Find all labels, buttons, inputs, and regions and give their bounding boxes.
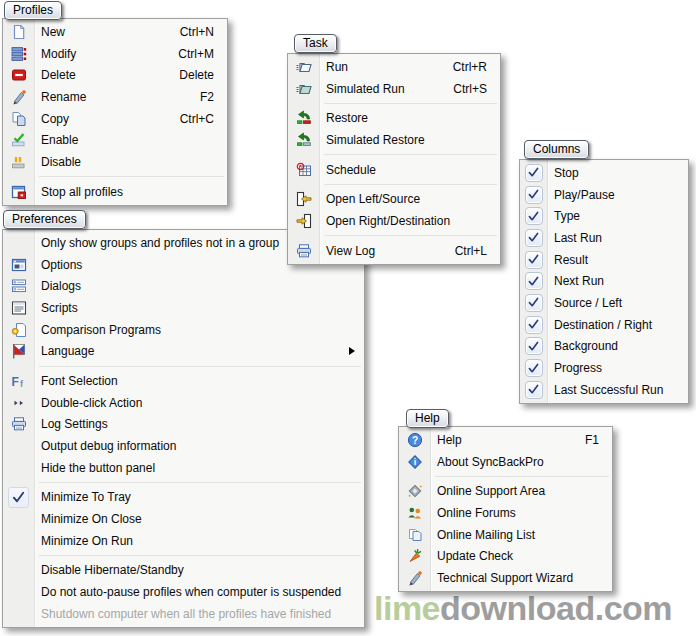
- menu-item-help[interactable]: ?HelpF1: [399, 429, 612, 451]
- menu-item-double-click-action[interactable]: Double-click Action: [3, 392, 364, 414]
- checkbox: [525, 294, 543, 312]
- menu-item-view-log[interactable]: View LogCtrl+L: [288, 240, 500, 262]
- menu-item-technical-support-wizard[interactable]: Technical Support Wizard: [399, 567, 612, 589]
- menu-item-modify[interactable]: ModifyCtrl+M: [3, 43, 227, 65]
- menu-item-update-check[interactable]: Update Check: [399, 545, 612, 567]
- columns-menu-tab[interactable]: Columns: [524, 140, 589, 159]
- delete-icon: [11, 67, 27, 83]
- menu-item-shortcut: Delete: [179, 68, 214, 82]
- menu-item-gutter: i: [399, 454, 430, 470]
- menu-item-language[interactable]: Language: [3, 340, 364, 362]
- menu-item-type[interactable]: Type: [520, 205, 688, 227]
- menu-item-shortcut: Ctrl+L: [455, 244, 487, 258]
- menu-item-dialogs[interactable]: Dialogs: [3, 275, 364, 297]
- menu-item-restore[interactable]: Restore: [288, 107, 500, 129]
- menu-item-label: Dialogs: [41, 279, 364, 293]
- dialogs-window-icon: [11, 278, 27, 294]
- menu-item-output-debug-information[interactable]: Output debug information: [3, 435, 364, 457]
- menu-item-result[interactable]: Result: [520, 249, 688, 271]
- menu-item-gutter: [520, 359, 547, 377]
- menu-item-about-syncbackpro[interactable]: iAbout SyncBackPro: [399, 451, 612, 473]
- menu-item-minimize-on-run[interactable]: Minimize On Run: [3, 530, 364, 552]
- menu-item-label: Result: [554, 253, 688, 267]
- svg-text:f: f: [20, 379, 24, 389]
- menu-item-simulated-run[interactable]: Simulated RunCtrl+S: [288, 78, 500, 100]
- menu-item-shutdown-computer-when-all-the-profiles-have-finished[interactable]: Shutdown computer when all the profiles …: [3, 603, 364, 625]
- menu-item-hide-the-button-panel[interactable]: Hide the button panel: [3, 457, 364, 479]
- menu-item-online-support-area[interactable]: Online Support Area: [399, 480, 612, 502]
- menu-item-source-left[interactable]: Source / Left: [520, 292, 688, 314]
- menu-item-shortcut: F2: [200, 90, 214, 104]
- menu-item-disable[interactable]: Disable: [3, 151, 227, 173]
- menu-separator: [288, 99, 500, 107]
- menu-item-enable[interactable]: Enable: [3, 129, 227, 151]
- modify-profile-icon: [11, 46, 27, 62]
- profiles-menu-tab[interactable]: Profiles: [4, 1, 62, 20]
- menu-item-stop-all-profiles[interactable]: Stop all profiles: [3, 181, 227, 203]
- menu-item-online-mailing-list[interactable]: Online Mailing List: [399, 524, 612, 546]
- menu-item-label: Double-click Action: [41, 396, 364, 410]
- checkbox: [525, 272, 543, 290]
- menu-item-shortcut: Ctrl+R: [453, 60, 487, 74]
- menu-item-gutter: [288, 59, 319, 75]
- menu-item-open-right-destination[interactable]: Open Right/Destination: [288, 210, 500, 232]
- menu-item-disable-hibernate-standby[interactable]: Disable Hibernate/Standby: [3, 560, 364, 582]
- menu-item-do-not-auto-pause-profiles-when-computer-is-suspended[interactable]: Do not auto-pause profiles when computer…: [3, 581, 364, 603]
- menu-item-stop[interactable]: Stop: [520, 162, 688, 184]
- menu-item-online-forums[interactable]: Online Forums: [399, 502, 612, 524]
- menu-item-background[interactable]: Background: [520, 336, 688, 358]
- menu-item-font-selection[interactable]: FfFont Selection: [3, 370, 364, 392]
- menu-item-delete[interactable]: DeleteDelete: [3, 64, 227, 86]
- menu-separator: [3, 173, 227, 181]
- menu-item-label: Stop all profiles: [41, 185, 227, 199]
- svg-text:F: F: [11, 374, 18, 388]
- menu-item-progress[interactable]: Progress: [520, 357, 688, 379]
- menu-item-last-successful-run[interactable]: Last Successful Run: [520, 379, 688, 401]
- menu-item-gutter: [399, 548, 430, 564]
- task-menu-tab[interactable]: Task: [294, 34, 337, 53]
- menu-item-shortcut: Ctrl+S: [453, 82, 487, 96]
- open-left-folder-icon: [296, 191, 312, 207]
- menu-item-copy[interactable]: CopyCtrl+C: [3, 108, 227, 130]
- menu-item-gutter: [3, 257, 34, 273]
- menu-item-rename[interactable]: RenameF2: [3, 86, 227, 108]
- menu-item-destination-right[interactable]: Destination / Right: [520, 314, 688, 336]
- menu-item-scripts[interactable]: Scripts: [3, 297, 364, 319]
- menu-item-comparison-programs[interactable]: Comparison Programs: [3, 319, 364, 341]
- comparison-programs-icon: [11, 322, 27, 338]
- preferences-menu-tab[interactable]: Preferences: [3, 210, 86, 229]
- restore-arrow-icon: [296, 110, 312, 126]
- menu-item-label: Help: [437, 433, 585, 447]
- menu-item-minimize-to-tray[interactable]: Minimize To Tray: [3, 487, 364, 509]
- menu-item-label: Scripts: [41, 301, 364, 315]
- menu-item-label: Hide the button panel: [41, 461, 364, 475]
- menu-item-gutter: [520, 272, 547, 290]
- menu-item-next-run[interactable]: Next Run: [520, 270, 688, 292]
- menu-item-last-run[interactable]: Last Run: [520, 227, 688, 249]
- menu-item-gutter: [288, 81, 319, 97]
- menu-item-gutter: [399, 570, 430, 586]
- tech-support-pencil-icon: [407, 570, 423, 586]
- check-icon: [527, 166, 540, 179]
- menu-item-run[interactable]: RunCtrl+R: [288, 56, 500, 78]
- menu-separator: [288, 180, 500, 188]
- menu-item-gutter: [3, 24, 34, 40]
- menu-item-gutter: [3, 154, 34, 170]
- menu-item-minimize-on-close[interactable]: Minimize On Close: [3, 508, 364, 530]
- menu-item-label: Copy: [41, 112, 180, 126]
- tab-label: Preferences: [12, 212, 77, 226]
- menu-item-label: Delete: [41, 68, 179, 82]
- menu-item-simulated-restore[interactable]: Simulated Restore: [288, 129, 500, 151]
- svg-text:i: i: [413, 457, 416, 467]
- scripts-window-icon: [11, 300, 27, 316]
- menu-item-gutter: ?: [399, 432, 430, 448]
- menu-item-schedule[interactable]: Schedule: [288, 159, 500, 181]
- menu-item-gutter: [3, 487, 34, 508]
- menu-item-log-settings[interactable]: Log Settings: [3, 414, 364, 436]
- help-menu-tab[interactable]: Help: [406, 409, 449, 428]
- menu-item-open-left-source[interactable]: Open Left/Source: [288, 188, 500, 210]
- menu-item-gutter: [288, 191, 319, 207]
- menu-item-gutter: [520, 207, 547, 225]
- menu-item-play-pause[interactable]: Play/Pause: [520, 184, 688, 206]
- menu-item-new[interactable]: NewCtrl+N: [3, 21, 227, 43]
